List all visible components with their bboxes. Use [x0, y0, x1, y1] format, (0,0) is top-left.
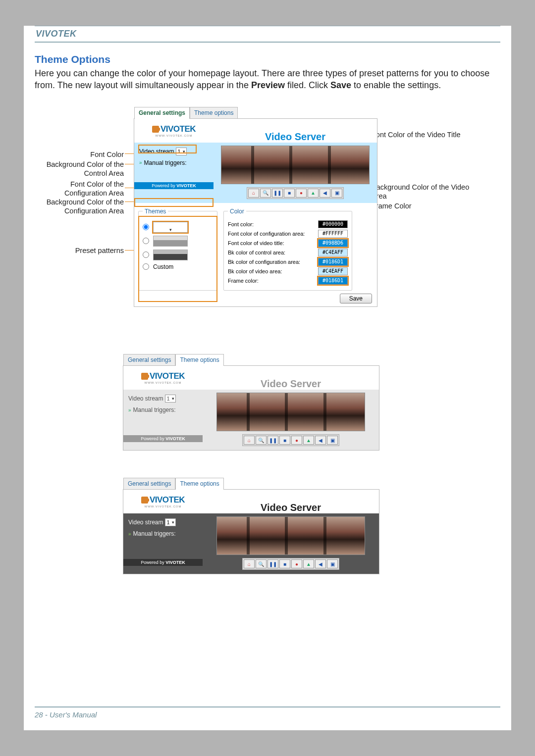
pause-icon[interactable]: ❚❚ — [268, 559, 278, 568]
callout-preset: Preset patterns — [35, 246, 124, 255]
tab-theme[interactable]: Theme options — [175, 354, 223, 366]
color-swatch[interactable]: #000000 — [318, 220, 348, 228]
stop-icon[interactable]: ■ — [284, 189, 295, 198]
tab-theme[interactable]: Theme options — [175, 478, 223, 490]
callout-bg-config: Background Color of the Configuration Ar… — [35, 198, 124, 216]
full-icon[interactable]: ▣ — [331, 189, 342, 198]
video-stream-select[interactable]: 1 — [176, 148, 186, 155]
color-swatch[interactable]: #0186D1 — [318, 258, 348, 266]
chevron-icon: » — [128, 531, 131, 537]
vol-icon[interactable]: ◀ — [320, 189, 330, 198]
video-area: ⌂ 🔍 ❚❚ ■ ● ▲ ◀ ▣ — [214, 143, 377, 203]
callout-font-title: Font Color of the Video Title — [372, 130, 471, 140]
callout-frame-color: Frame Color — [372, 202, 471, 211]
color-swatch[interactable]: #098BD6 — [318, 239, 348, 247]
camera-icon — [152, 126, 159, 133]
logo: VIVOTEK WWW.VIVOTEK.COM — [134, 119, 214, 143]
snap-icon[interactable]: ▲ — [303, 559, 314, 568]
color-row: Bk color of video area:#C4EAFF — [228, 267, 348, 275]
color-row: Frame color:#0186D1 — [228, 277, 348, 285]
video-frame — [216, 516, 365, 555]
full-icon[interactable]: ▣ — [327, 436, 338, 445]
theme-radio-2[interactable] — [143, 238, 149, 244]
video-title: Video Server — [203, 502, 379, 513]
callout-bg-video: Background Color of the Video Area — [372, 183, 481, 202]
tab-general[interactable]: General settings — [123, 354, 175, 366]
preview-app-blue: General settings Theme options VIVOTEK W… — [134, 118, 377, 307]
snap-icon[interactable]: ▲ — [308, 189, 319, 198]
theme-radio-custom[interactable] — [143, 263, 149, 270]
camera-icon — [141, 373, 148, 380]
tab-general[interactable]: General settings — [123, 478, 175, 490]
powered-by-band: Powered by VIVOTEK — [134, 182, 214, 189]
color-fieldset: Color Font color:#000000Font color of co… — [223, 208, 352, 291]
pause-icon[interactable]: ❚❚ — [268, 436, 278, 445]
preview-app-dark: General settings Theme options VIVOTEKWW… — [123, 489, 379, 574]
section-title: Theme Options — [35, 53, 500, 65]
color-swatch[interactable]: #C4EAFF — [318, 249, 348, 256]
full-icon[interactable]: ▣ — [327, 559, 338, 568]
control-area: Video stream 1 »Manual triggers: Powered… — [134, 143, 214, 203]
callout-bg-control: Background Color of the Control Area — [35, 160, 124, 179]
color-swatch[interactable]: #0186D1 — [318, 277, 348, 285]
zoom-icon[interactable]: 🔍 — [256, 559, 267, 568]
home-icon[interactable]: ⌂ — [244, 436, 255, 445]
save-button[interactable]: Save — [340, 294, 372, 303]
video-title: Video Server — [203, 378, 379, 390]
theme-radio-3[interactable] — [143, 252, 149, 258]
page-header: VIVOTEK — [35, 26, 500, 43]
color-row: Font color of video title:#098BD6 — [228, 239, 348, 247]
callout-font-color: Font Color — [35, 150, 124, 159]
zoom-icon[interactable]: 🔍 — [260, 189, 271, 198]
theme-radio-1[interactable] — [143, 224, 149, 230]
stop-icon[interactable]: ■ — [279, 436, 290, 445]
chevron-icon: » — [128, 407, 131, 413]
stop-icon[interactable]: ■ — [279, 559, 290, 568]
snap-icon[interactable]: ▲ — [303, 436, 314, 445]
zoom-icon[interactable]: 🔍 — [256, 436, 267, 445]
video-frame — [221, 146, 370, 184]
pause-icon[interactable]: ❚❚ — [272, 189, 283, 198]
vol-icon[interactable]: ◀ — [315, 436, 326, 445]
toolbar: ⌂🔍❚❚■●▲◀▣ — [242, 558, 339, 570]
color-row: Font color:#000000 — [228, 220, 348, 228]
footer: 28 - User's Manual — [35, 706, 500, 719]
footer-text: 28 - User's Manual — [35, 710, 97, 719]
video-stream-select[interactable]: 1 — [165, 518, 175, 526]
chevron-icon: » — [139, 160, 142, 165]
toolbar: ⌂ 🔍 ❚❚ ■ ● ▲ ◀ ▣ — [247, 187, 344, 199]
preview-app-gray: General settings Theme options VIVOTEKWW… — [123, 365, 379, 451]
toolbar: ⌂🔍❚❚■●▲◀▣ — [242, 434, 339, 446]
rec-icon[interactable]: ● — [291, 559, 302, 568]
color-row: Font color of configuration area:#FFFFFF — [228, 230, 348, 238]
themes-fieldset: Themes Custom — [138, 208, 217, 291]
rec-icon[interactable]: ● — [296, 189, 307, 198]
intro-paragraph: Here you can change the color of your ho… — [35, 67, 500, 92]
vol-icon[interactable]: ◀ — [315, 559, 326, 568]
color-swatch[interactable]: #C4EAFF — [318, 267, 348, 275]
brand-name: VIVOTEK — [36, 29, 77, 39]
video-frame — [216, 393, 365, 431]
figure-annotated: Font Color Background Color of the Contr… — [35, 106, 500, 394]
camera-icon — [141, 497, 148, 504]
video-stream-select[interactable]: 1 — [165, 395, 175, 403]
color-swatch[interactable]: #FFFFFF — [318, 230, 348, 238]
tab-theme[interactable]: Theme options — [190, 107, 238, 119]
rec-icon[interactable]: ● — [291, 436, 302, 445]
video-title: Video Server — [214, 131, 377, 143]
home-icon[interactable]: ⌂ — [244, 559, 255, 568]
callout-font-config: Font Color of the Configuration Area — [35, 180, 124, 199]
tab-general[interactable]: General settings — [134, 107, 190, 119]
color-row: Bk color of control area:#C4EAFF — [228, 249, 348, 256]
color-row: Bk color of configuration area:#0186D1 — [228, 258, 348, 266]
home-icon[interactable]: ⌂ — [248, 189, 259, 198]
